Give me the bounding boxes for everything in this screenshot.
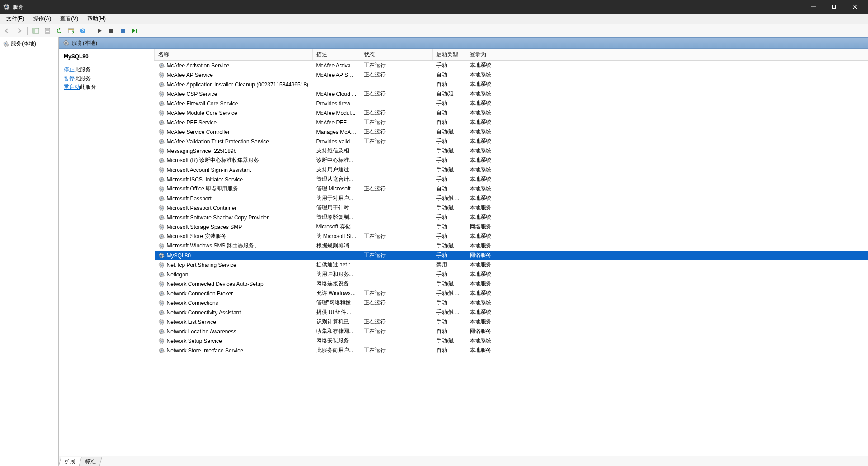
service-row[interactable]: Microsoft Office 即点即用服务管理 Microsoft ...正… (155, 184, 868, 194)
service-detail-panel: MySQL80 停止此服务暂停此服务重启动此服务 (59, 49, 154, 456)
service-row[interactable]: Microsoft iSCSI Initiator Service管理从这台计.… (155, 175, 868, 184)
service-row[interactable]: McAfee CSP ServiceMcAfee Cloud ...正在运行自动… (155, 89, 868, 99)
cell-status: 正在运行 (360, 289, 433, 298)
cell-logon: 网络服务 (466, 251, 868, 260)
service-row[interactable]: Microsoft Passport为用于对用户...手动(触发...本地系统 (155, 194, 868, 203)
service-action-link[interactable]: 停止 (64, 67, 75, 73)
cell-startup: 手动(触发... (433, 279, 466, 289)
service-row[interactable]: Network Location Awareness收集和存储网...正在运行自… (155, 327, 868, 336)
service-row[interactable]: Network Store Interface Service此服务向用户...… (155, 346, 868, 355)
col-logon-as[interactable]: 登录为 (466, 49, 868, 61)
menu-action[interactable]: 操作(A) (28, 14, 56, 24)
service-row[interactable]: Network Connected Devices Auto-Setup网络连接… (155, 279, 868, 289)
pause-service-button[interactable] (118, 26, 128, 36)
service-action-link[interactable]: 重启动 (64, 84, 80, 90)
cell-logon: 本地系统 (466, 118, 868, 127)
help-button[interactable]: ? (77, 26, 88, 36)
menu-help[interactable]: 帮助(H) (83, 14, 110, 24)
cell-startup: 手动 (433, 251, 466, 260)
service-row[interactable]: McAfee AP ServiceMcAfee AP Ser...正在运行自动本… (155, 70, 868, 80)
service-row[interactable]: McAfee Activation ServiceMcAfee Activat.… (155, 61, 868, 71)
service-row[interactable]: McAfee PEF ServiceMcAfee PEF Se...正在运行自动… (155, 118, 868, 127)
start-service-button[interactable] (94, 26, 105, 36)
console-tree[interactable]: 服务(本地) (0, 37, 59, 466)
maximize-button[interactable] (824, 0, 844, 14)
service-row[interactable]: MessagingService_225f189b支持短信及相...手动(触发.… (155, 146, 868, 156)
menu-view[interactable]: 查看(V) (56, 14, 83, 24)
service-row[interactable]: McAfee Firewall Core ServiceProvides fir… (155, 99, 868, 108)
service-list-scroll[interactable]: 名称 描述 状态 启动类型 登录为 McAfee Activation Serv… (154, 49, 868, 456)
gear-icon (158, 243, 165, 249)
service-row[interactable]: Microsoft Account Sign-in Assistant支持用户通… (155, 165, 868, 175)
cell-logon: 本地系统 (466, 175, 868, 184)
show-hide-tree-button[interactable] (30, 26, 41, 36)
service-row[interactable]: Microsoft (R) 诊断中心标准收集器服务诊断中心标准...手动本地系统 (155, 156, 868, 165)
gear-icon (158, 252, 165, 259)
nav-back-button[interactable] (2, 26, 13, 36)
service-row[interactable]: McAfee Application Installer Cleanup (00… (155, 80, 868, 89)
refresh-button[interactable] (54, 26, 65, 36)
minimize-button[interactable] (803, 0, 824, 14)
cell-name: McAfee AP Service (167, 72, 213, 78)
service-row[interactable]: Net.Tcp Port Sharing Service提供通过 net.tc.… (155, 260, 868, 270)
gear-icon (158, 319, 165, 325)
service-row[interactable]: Microsoft Store 安装服务为 Microsoft St...正在运… (155, 232, 868, 241)
service-row[interactable]: Network List Service识别计算机已...正在运行手动本地服务 (155, 317, 868, 327)
service-action-text: 此服务 (75, 75, 91, 81)
col-description[interactable]: 描述 (313, 49, 360, 61)
service-row[interactable]: Microsoft Passport Container管理用于针对...手动(… (155, 203, 868, 213)
close-button[interactable] (844, 0, 865, 14)
cell-status (360, 156, 433, 165)
export-list-button[interactable] (66, 26, 76, 36)
cell-startup: 手动(触发... (433, 289, 466, 298)
col-status[interactable]: 状态 (360, 49, 433, 61)
cell-name: Microsoft Storage Spaces SMP (167, 224, 242, 230)
service-row[interactable]: Netlogon为用户和服务...手动本地系统 (155, 270, 868, 279)
cell-logon: 本地系统 (466, 61, 868, 71)
svg-rect-14 (123, 29, 125, 33)
cell-status (360, 270, 433, 279)
service-row[interactable]: Network Connectivity Assistant提供 UI 组件的 … (155, 308, 868, 317)
cell-logon: 本地系统 (466, 184, 868, 194)
cell-description: 管理卷影复制... (313, 213, 360, 222)
service-row[interactable]: MySQL80正在运行手动网络服务 (155, 251, 868, 260)
service-row[interactable]: Network Connections管理"网络和拨...正在运行手动本地系统 (155, 298, 868, 308)
service-row[interactable]: Microsoft Software Shadow Copy Provider管… (155, 213, 868, 222)
properties-button[interactable] (42, 26, 53, 36)
cell-startup: 自动 (433, 327, 466, 336)
cell-logon: 本地系统 (466, 70, 868, 80)
cell-description: 支持短信及相... (313, 146, 360, 156)
cell-status (360, 146, 433, 156)
cell-startup: 自动 (433, 80, 466, 89)
cell-startup: 手动 (433, 175, 466, 184)
cell-status: 正在运行 (360, 346, 433, 355)
gear-icon (158, 214, 165, 221)
tab-standard[interactable]: 标准 (79, 457, 102, 466)
service-row[interactable]: Network Connection Broker允许 Windows ...正… (155, 289, 868, 298)
service-row[interactable]: McAfee Module Core ServiceMcAfee Modul..… (155, 108, 868, 118)
service-row[interactable]: Network Setup Service网络安装服务...手动(触发...本地… (155, 336, 868, 346)
content-header-title: 服务(本地) (72, 39, 97, 47)
cell-logon: 本地系统 (466, 270, 868, 279)
service-row[interactable]: McAfee Validation Trust Protection Servi… (155, 137, 868, 146)
gear-icon (3, 41, 9, 47)
service-row[interactable]: Microsoft Storage Spaces SMPMicrosoft 存储… (155, 222, 868, 232)
stop-service-button[interactable] (106, 26, 117, 36)
service-row[interactable]: McAfee Service ControllerManages McAf...… (155, 127, 868, 137)
cell-description: 根据规则将消... (313, 241, 360, 251)
cell-name: Netlogon (167, 271, 189, 278)
service-row[interactable]: Microsoft Windows SMS 路由器服务。根据规则将消...手动(… (155, 241, 868, 251)
cell-logon: 本地服务 (466, 203, 868, 213)
col-name[interactable]: 名称 (155, 49, 313, 61)
tree-node-services-local[interactable]: 服务(本地) (0, 39, 58, 48)
menu-file[interactable]: 文件(F) (2, 14, 28, 24)
restart-service-button[interactable] (129, 26, 140, 36)
cell-startup: 自动(触发... (433, 127, 466, 137)
col-startup-type[interactable]: 启动类型 (433, 49, 466, 61)
column-header-row: 名称 描述 状态 启动类型 登录为 (155, 49, 868, 61)
tab-extended[interactable]: 扩展 (58, 457, 82, 466)
gear-icon (158, 91, 165, 97)
nav-forward-button[interactable] (14, 26, 24, 36)
service-action-link[interactable]: 暂停 (64, 75, 75, 81)
cell-startup: 手动 (433, 137, 466, 146)
